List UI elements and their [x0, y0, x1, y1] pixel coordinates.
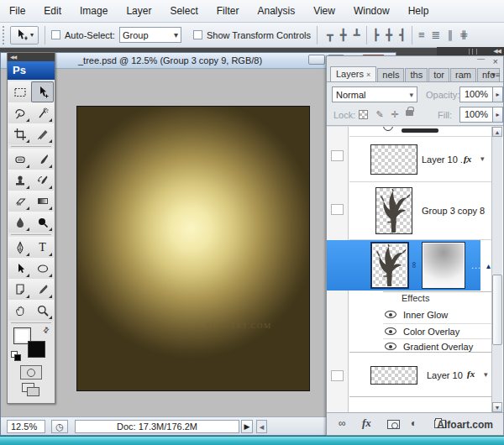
effect-row-gradient-overlay[interactable]: Gradient Overlay [383, 338, 492, 353]
mask-link-icon[interactable]: ∞ [410, 262, 419, 268]
hscroll-left-arrow-icon[interactable]: ◂ [256, 420, 267, 433]
visibility-toggle[interactable] [331, 150, 344, 161]
visibility-toggle[interactable] [331, 204, 344, 215]
lasso-tool[interactable] [8, 102, 31, 123]
clock-icon[interactable]: ◷ [51, 420, 68, 433]
menu-select[interactable]: Select [160, 0, 207, 22]
menu-file[interactable]: File [0, 0, 34, 22]
scroll-down-icon[interactable]: ▼ [492, 402, 502, 412]
notes-tool[interactable] [8, 279, 31, 300]
auto-select-checkbox[interactable] [51, 30, 60, 39]
fx-expand-icon[interactable]: ▾ [484, 370, 488, 379]
auto-select-dropdown[interactable]: Group ▾ [119, 27, 181, 43]
dodge-tool[interactable] [31, 212, 54, 233]
add-layer-style-icon[interactable]: fx [362, 416, 371, 430]
rectangular-marquee-tool[interactable] [8, 81, 31, 102]
layer-row-layer10-bottom[interactable]: Layer 10 fx ▾ [349, 352, 492, 397]
distribute-top-icon[interactable]: ≡ [418, 26, 425, 44]
add-layer-mask-icon[interactable] [387, 420, 400, 429]
zoom-tool[interactable] [31, 300, 54, 321]
lock-pixels-icon[interactable]: ✎ [374, 108, 386, 120]
layer-thumbnail[interactable] [370, 366, 417, 385]
eye-icon[interactable] [385, 343, 396, 350]
hand-tool[interactable] [8, 300, 31, 321]
effects-collapse-icon[interactable]: ▴ [486, 261, 491, 270]
doc-minimize-button[interactable] [308, 55, 325, 65]
gradient-tool[interactable] [31, 191, 54, 212]
clone-stamp-tool[interactable] [8, 170, 31, 191]
menu-image[interactable]: Image [71, 0, 117, 22]
panel-close-icon[interactable]: × [493, 56, 498, 66]
screen-mode-button[interactable] [20, 381, 42, 398]
swap-colors-icon[interactable]: ⇄ [41, 325, 51, 335]
current-tool-button[interactable]: ▾ [10, 26, 39, 44]
panel-menu-icon[interactable]: ▾≡ [491, 71, 500, 79]
layer-name[interactable]: Layer 10 [427, 370, 463, 380]
distribute-left-icon[interactable]: ⋕ [459, 26, 469, 44]
layer-row-layer10-top[interactable]: Layer 10 ... fx ▾ [349, 137, 492, 182]
menu-window[interactable]: Window [344, 0, 399, 22]
layer-name[interactable]: ... [471, 260, 481, 270]
distribute-vcenter-icon[interactable]: ≣ [432, 26, 441, 44]
type-tool[interactable]: T [31, 237, 54, 258]
menu-help[interactable]: Help [399, 0, 438, 22]
tab-layers[interactable]: Layers× [330, 66, 376, 81]
panel-titlebar[interactable]: — × [327, 56, 503, 66]
selected-layer-thumbnail[interactable] [370, 242, 409, 289]
crop-tool[interactable] [8, 123, 31, 144]
layer-thumbnail[interactable] [375, 187, 412, 234]
toolbox-collapse-grip[interactable]: ◀◀ [8, 53, 55, 61]
layer-thumbnail[interactable] [370, 144, 417, 175]
menu-view[interactable]: View [304, 0, 344, 22]
slice-tool[interactable] [31, 123, 54, 144]
lock-transparency-icon[interactable] [359, 110, 368, 119]
fx-badge-icon[interactable]: fx [467, 369, 475, 379]
opacity-spinner-icon[interactable]: ▸ [493, 86, 503, 102]
fill-value-field[interactable]: 100% [459, 107, 493, 123]
align-left-icon[interactable]: ┣ [373, 26, 380, 44]
layer-name[interactable]: Layer 10 ... [422, 154, 468, 165]
eraser-tool[interactable] [8, 191, 31, 212]
clipped-layer-row[interactable] [349, 127, 492, 137]
history-brush-tool[interactable] [31, 170, 54, 191]
background-color-swatch[interactable] [28, 341, 45, 358]
ellipse-shape-tool[interactable] [31, 258, 54, 279]
menu-layer[interactable]: Layer [117, 0, 160, 22]
status-menu-arrow-icon[interactable]: ▶ [241, 420, 253, 433]
layer-name[interactable]: Group 3 copy 8 [422, 206, 485, 216]
dock-collapse-icon[interactable]: ◀◀ [493, 48, 501, 54]
tab-paths[interactable]: ths [405, 68, 428, 81]
scrollbar-thumb[interactable] [492, 275, 502, 345]
eye-icon[interactable] [385, 327, 396, 335]
align-top-icon[interactable]: ┳ [327, 26, 333, 44]
blur-tool[interactable] [8, 212, 31, 233]
options-bar-grip[interactable] [3, 26, 7, 44]
default-colors-icon[interactable] [11, 351, 23, 361]
fx-expand-icon[interactable]: ▾ [480, 154, 485, 163]
menu-edit[interactable]: Edit [34, 0, 71, 22]
align-bottom-icon[interactable]: ┻ [354, 26, 360, 44]
tab-close-icon[interactable]: × [366, 71, 370, 79]
quick-mask-button[interactable] [20, 365, 42, 380]
brush-tool[interactable] [31, 149, 54, 170]
blend-mode-dropdown[interactable]: Normal ▾ [332, 86, 417, 102]
align-vcenter-icon[interactable]: ╋ [340, 26, 347, 44]
layers-scrollbar[interactable]: ▲ ▼ [491, 127, 502, 412]
align-hcenter-icon[interactable]: ╋ [386, 26, 392, 44]
visibility-toggle[interactable] [331, 370, 344, 381]
lock-all-icon[interactable] [406, 110, 413, 116]
align-right-icon[interactable]: ┫ [399, 26, 406, 44]
fx-badge-icon[interactable]: fx [464, 154, 471, 164]
effect-row-inner-glow[interactable]: Inner Glow [383, 308, 492, 322]
canvas-image[interactable]: ALFOART.COM [76, 106, 310, 391]
lock-position-icon[interactable]: ✛ [389, 108, 401, 120]
link-layers-icon[interactable]: ∞ [339, 417, 344, 429]
layer-row-selected[interactable]: ∞ ... [327, 240, 480, 291]
panel-minimize-icon[interactable]: — [477, 55, 485, 63]
healing-brush-tool[interactable] [8, 149, 31, 170]
fill-spinner-icon[interactable]: ▸ [493, 107, 503, 123]
layer-mask-thumbnail[interactable] [422, 242, 465, 289]
magic-wand-tool[interactable] [31, 102, 54, 123]
menu-analysis[interactable]: Analysis [248, 0, 304, 22]
menu-filter[interactable]: Filter [207, 0, 249, 22]
